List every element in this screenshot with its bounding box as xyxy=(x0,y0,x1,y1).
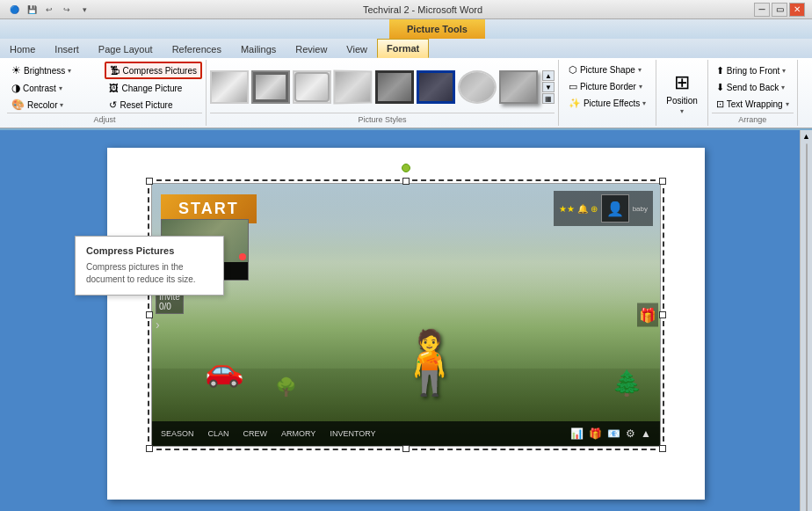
change-picture-icon: 🖼 xyxy=(109,83,119,93)
picture-effects-btn[interactable]: ✨ Picture Effects ▾ xyxy=(564,96,650,111)
arrange-group: ⬆ Bring to Front ▾ ⬇ Send to Back ▾ ⊡ Te… xyxy=(708,60,798,126)
game-player-label: baby xyxy=(633,205,648,213)
contrast-icon: ◑ xyxy=(11,82,20,94)
compress-pictures-btn[interactable]: 🗜 Compress Pictures xyxy=(105,62,201,79)
style-thumb-2[interactable] xyxy=(251,70,290,104)
scroll-thumb[interactable] xyxy=(806,143,808,511)
game-hud: SEASON CLAN CREW ARMORY INVENTORY 📊 🎁 📧 … xyxy=(152,421,660,446)
picture-styles-label: Picture Styles xyxy=(210,113,555,124)
game-scene: START ★★ 🔔 ⊕ 👤 baby xyxy=(152,184,660,446)
style-thumb-7[interactable] xyxy=(458,70,497,104)
rotate-handle[interactable] xyxy=(402,164,410,172)
title-bar: 🔵 💾 ↩ ↪ ▾ Techviral 2 - Microsoft Word ─… xyxy=(0,0,812,19)
styles-scroll-up[interactable]: ▲ xyxy=(542,70,555,81)
ribbon-tabs-row: Home Insert Page Layout References Maili… xyxy=(0,39,812,58)
tab-page-layout[interactable]: Page Layout xyxy=(89,39,163,58)
right-edge-icon: 🎁 xyxy=(637,303,658,327)
contrast-btn[interactable]: ◑ Contrast ▾ xyxy=(7,80,104,96)
hud-menu-items: SEASON CLAN CREW ARMORY INVENTORY xyxy=(161,429,376,438)
picture-effects-icon: ✨ xyxy=(569,98,581,109)
game-image: START ★★ 🔔 ⊕ 👤 baby xyxy=(151,183,661,447)
picture-shape-icon: ⬡ xyxy=(569,64,577,76)
tab-mailings[interactable]: Mailings xyxy=(231,39,286,58)
customize-quick-btn[interactable]: ▾ xyxy=(77,3,91,17)
text-wrap-icon: ⊡ xyxy=(716,99,724,110)
tree-mid: 🌳 xyxy=(275,376,297,398)
ribbon: Picture Tools Home Insert Page Layout Re… xyxy=(0,19,812,130)
tab-home[interactable]: Home xyxy=(0,39,45,58)
save-quick-btn[interactable]: 💾 xyxy=(25,3,39,17)
compress-tooltip-title: Compress Pictures xyxy=(86,245,213,256)
brightness-icon: ☀ xyxy=(11,64,21,77)
adjust-group-label: Adjust xyxy=(7,113,202,124)
tree-right: 🌲 xyxy=(612,369,642,398)
ribbon-content: ☀ Brightness ▾ 🗜 Compress Pictures ◑ Con… xyxy=(0,58,812,128)
position-btn[interactable]: ⊞ Position ▾ xyxy=(662,62,702,124)
restore-btn[interactable]: ▭ xyxy=(772,3,787,17)
tab-references[interactable]: References xyxy=(163,39,231,58)
tab-review[interactable]: Review xyxy=(286,39,337,58)
vertical-scrollbar[interactable]: ▲ ▼ xyxy=(800,130,812,511)
send-back-btn[interactable]: ⬇ Send to Back ▾ xyxy=(712,80,794,95)
style-thumb-6[interactable] xyxy=(417,70,455,104)
tab-format[interactable]: Format xyxy=(377,39,429,58)
recolor-btn[interactable]: 🎨 Recolor ▾ xyxy=(7,97,104,113)
brightness-arrow: ▾ xyxy=(68,67,71,75)
text-wrap-btn[interactable]: ⊡ Text Wrapping ▾ xyxy=(712,97,794,112)
bring-front-btn[interactable]: ⬆ Bring to Front ▾ xyxy=(712,63,794,78)
style-thumb-5[interactable] xyxy=(375,70,414,104)
style-thumb-1[interactable] xyxy=(210,70,249,104)
tab-view[interactable]: View xyxy=(337,39,377,58)
game-ui-top-right: ★★ 🔔 ⊕ 👤 baby xyxy=(554,191,653,226)
left-sidebar-icons: Invite0/0 › xyxy=(156,289,184,332)
window-title: Techviral 2 - Microsoft Word xyxy=(91,4,754,15)
styles-more[interactable]: ▦ xyxy=(542,93,555,104)
game-avatar: 👤 xyxy=(601,194,629,223)
title-bar-right: ─ ▭ ✕ xyxy=(754,3,805,17)
style-thumb-3[interactable] xyxy=(293,70,331,104)
picture-styles-group: ▲ ▼ ▦ Picture Styles xyxy=(207,60,559,126)
send-back-icon: ⬇ xyxy=(716,82,724,93)
arrange-label: Arrange xyxy=(712,113,794,124)
position-group: ⊞ Position ▾ xyxy=(656,60,708,126)
recolor-icon: 🎨 xyxy=(11,99,25,111)
tab-insert[interactable]: Insert xyxy=(45,39,89,58)
contrast-arrow: ▾ xyxy=(59,84,62,92)
styles-scroll-down[interactable]: ▼ xyxy=(542,82,555,92)
compress-tooltip-desc: Compress pictures in the document to red… xyxy=(86,261,213,286)
compress-tooltip: Compress Pictures Compress pictures in t… xyxy=(75,236,224,296)
picture-border-btn[interactable]: ▭ Picture Border ▾ xyxy=(564,79,650,94)
position-icon: ⊞ xyxy=(674,71,690,94)
picture-format-group: ⬡ Picture Shape ▾ ▭ Picture Border ▾ ✨ P… xyxy=(559,60,656,126)
style-thumb-8[interactable] xyxy=(499,70,538,104)
adjust-group: ☀ Brightness ▾ 🗜 Compress Pictures ◑ Con… xyxy=(4,60,207,126)
reset-picture-btn[interactable]: ↺ Reset Picture xyxy=(105,97,201,113)
change-picture-btn[interactable]: 🖼 Change Picture xyxy=(105,80,201,96)
bring-front-icon: ⬆ xyxy=(716,65,724,77)
reset-icon: ↺ xyxy=(109,99,117,111)
close-btn[interactable]: ✕ xyxy=(789,3,805,17)
minimize-btn[interactable]: ─ xyxy=(754,3,770,17)
image-container[interactable]: START ★★ 🔔 ⊕ 👤 baby xyxy=(151,183,661,447)
word-page: START ★★ 🔔 ⊕ 👤 baby xyxy=(107,148,705,500)
title-bar-left: 🔵 💾 ↩ ↪ ▾ xyxy=(7,3,91,17)
word-icon: 🔵 xyxy=(7,3,21,17)
scroll-up-btn[interactable]: ▲ xyxy=(801,130,812,142)
picture-border-icon: ▭ xyxy=(569,81,577,92)
styles-scroll: ▲ ▼ ▦ xyxy=(542,70,555,104)
compress-icon: 🗜 xyxy=(110,65,120,76)
recolor-arrow: ▾ xyxy=(60,101,63,109)
picture-shape-btn[interactable]: ⬡ Picture Shape ▾ xyxy=(564,62,650,77)
car: 🚗 xyxy=(205,352,244,389)
undo-quick-btn[interactable]: ↩ xyxy=(42,3,56,17)
style-thumb-4[interactable] xyxy=(333,69,372,104)
hud-icons-right: 📊 🎁 📧 ⚙ ▲ xyxy=(570,427,651,440)
document-area: Compress Pictures Compress pictures in t… xyxy=(0,130,812,511)
brightness-btn[interactable]: ☀ Brightness ▾ xyxy=(7,62,104,79)
picture-tools-label: Picture Tools xyxy=(389,19,485,39)
redo-quick-btn[interactable]: ↪ xyxy=(60,3,74,17)
